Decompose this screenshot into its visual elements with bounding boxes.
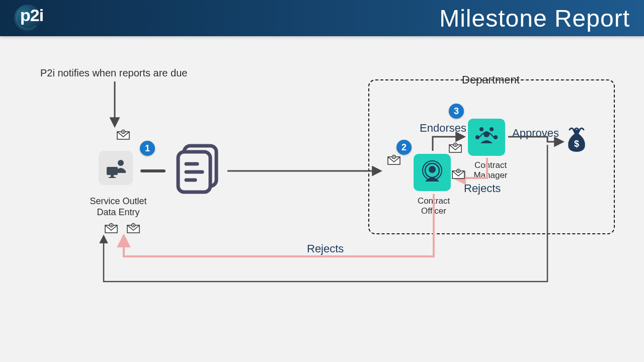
svg-point-15: [479, 127, 484, 131]
badge-1: 1: [140, 141, 155, 156]
workstation-icon: [104, 156, 128, 180]
envelope-icon: [117, 130, 130, 140]
svg-point-16: [490, 127, 494, 131]
diagram-canvas: P2i notifies when reports are due Servic…: [0, 36, 644, 362]
service-outlet-line2: Data Entry: [97, 207, 139, 217]
contract-officer-tile: [414, 154, 451, 191]
svg-point-13: [475, 135, 479, 139]
svg-point-38: [458, 170, 459, 172]
money-bag-icon: $: [565, 126, 589, 152]
contract-officer-icon: [418, 158, 446, 187]
envelope-icon: [105, 223, 118, 233]
envelope-icon: [127, 223, 140, 233]
svg-rect-1: [111, 175, 114, 177]
service-outlet-label: Service Outlet Data Entry: [78, 196, 158, 218]
badge-2: 2: [396, 140, 412, 155]
badge-3: 3: [449, 104, 464, 119]
service-outlet-line1: Service Outlet: [90, 196, 146, 206]
service-outlet-tile: [99, 151, 133, 185]
logo-text: p2i: [20, 6, 43, 25]
notify-label: P2i notifies when reports are due: [40, 67, 187, 79]
svg-point-32: [393, 156, 395, 158]
p2i-logo: p2i: [14, 5, 41, 32]
contract-manager-tile: [468, 119, 505, 156]
svg-point-29: [133, 225, 134, 226]
svg-point-23: [123, 131, 124, 133]
envelope-icon: [449, 143, 462, 153]
contract-manager-icon: [472, 123, 501, 151]
rejects-co-label: Rejects: [307, 242, 344, 255]
svg-text:$: $: [574, 139, 579, 149]
envelope-icon: [452, 169, 465, 179]
documents-icon: [171, 142, 226, 197]
page-title: Milestone Report: [439, 5, 630, 32]
svg-point-3: [118, 160, 124, 166]
department-box: [368, 79, 615, 234]
svg-point-14: [494, 135, 498, 139]
svg-rect-2: [109, 177, 116, 178]
envelope-icon: [387, 155, 400, 165]
svg-point-26: [111, 225, 112, 226]
header-bar: p2i Milestone Report: [0, 0, 644, 36]
svg-point-35: [455, 144, 456, 146]
svg-point-9: [429, 166, 436, 173]
